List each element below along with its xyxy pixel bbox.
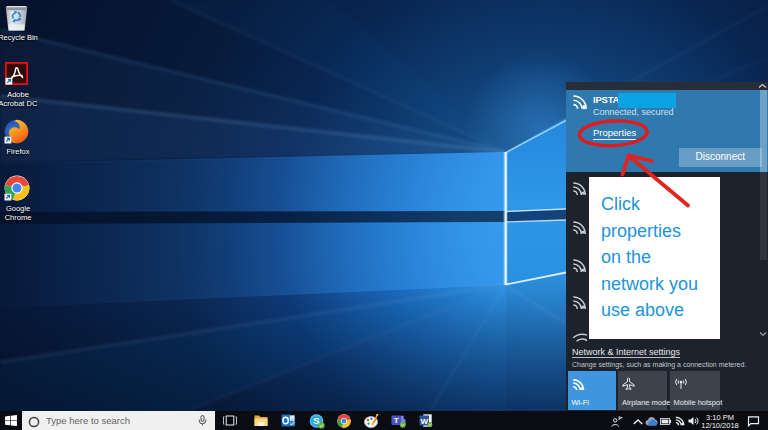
svg-text:T: T [394,416,399,425]
svg-text:W: W [420,417,428,426]
